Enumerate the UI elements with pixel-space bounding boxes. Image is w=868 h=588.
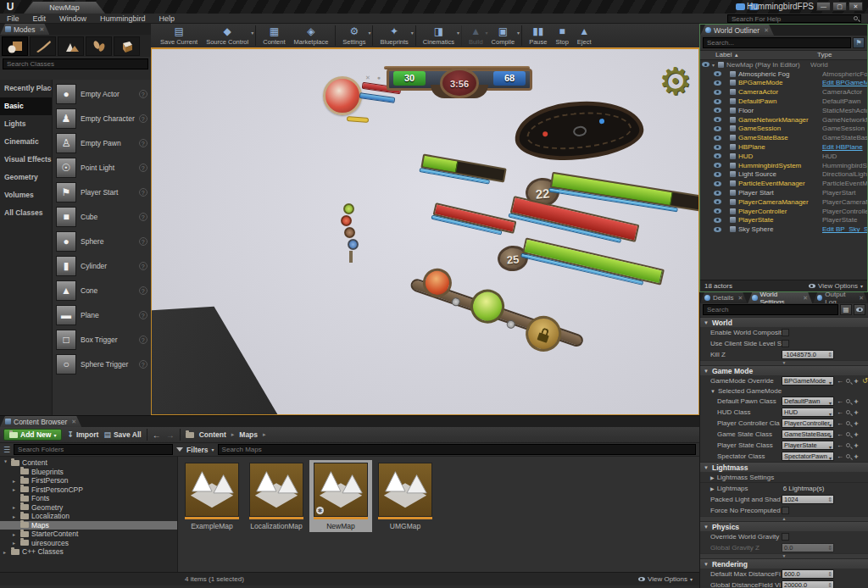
breadcrumb-leaf[interactable]: Maps [239,430,258,439]
settings-tab[interactable]: World Settings ✕ [748,292,812,303]
folder-label[interactable]: C++ Classes [22,547,64,556]
toolbar-button[interactable]: ■ ▾ Stop [551,25,572,46]
reset-icon[interactable]: ↺ [862,377,868,385]
actor-label[interactable]: DefaultPawn [738,97,822,105]
label-column-header[interactable]: Label [715,51,732,58]
expand-arrow-icon[interactable]: ▶ [710,474,715,480]
actor-type[interactable]: World [810,61,867,69]
outliner-row[interactable]: ▾ PlayerController PlayerController [700,207,867,216]
folder-tree-item[interactable]: ▸ Blueprints [0,468,177,477]
outliner-row[interactable]: ▾ DefaultPawn DefaultPawn [700,97,867,106]
content-browser-view-options[interactable]: View Options ▾ [638,575,693,583]
chevron-down-icon[interactable]: ▾ [517,30,520,36]
actor-label[interactable]: CameraActor [738,88,822,96]
gamemode-override-dropdown[interactable]: BPGameMode▾ [782,376,834,386]
expand-arrow-icon[interactable]: ▸ [13,478,18,484]
toolbar-button[interactable]: ◨ ▾ Cinematics [415,25,459,46]
add-icon[interactable]: ＋ [853,397,860,406]
actor-type[interactable]: PlayerStart [822,189,867,197]
outliner-row[interactable]: ▾ Player Start PlayerStart [700,188,867,197]
use-selected-icon[interactable]: ← [837,377,843,385]
actor-type[interactable]: StaticMeshActor [822,107,867,114]
close-icon[interactable]: ✕ [737,295,743,302]
visibility-eye-icon[interactable] [714,218,721,223]
toolbar-button[interactable]: ▤ ▾ Save Current [156,25,202,46]
help-icon[interactable]: ? [139,164,147,172]
outliner-search-input[interactable]: Search... [703,37,851,48]
mode-category[interactable]: Geometry [0,169,52,186]
mode-category[interactable]: All Classes [0,204,52,222]
actor-type[interactable]: CameraActor [822,88,867,96]
placeable-item[interactable]: ♙ Empty Pawn ? [53,130,156,155]
feedback-bubble-icon[interactable] [736,3,745,10]
close-icon[interactable]: ✕ [40,26,45,33]
placeable-item[interactable]: ● Sphere ? [53,229,156,253]
class-dropdown[interactable]: SpectatorPawn▾ [782,452,834,461]
asset-tile[interactable]: ✱ UMGMap [374,460,437,532]
chevron-down-icon[interactable]: ▾ [251,30,253,36]
outliner-row[interactable]: ▾ NewMap (Play In Editor) World [700,60,867,69]
section-lightmass[interactable]: ▼Lightmass [700,462,868,472]
display-filter-button[interactable]: ▦ [840,304,852,315]
visibility-eye-icon[interactable] [714,208,721,214]
outliner-row[interactable]: ▾ BPGameMode Edit BPGameMode [700,79,867,88]
number-field[interactable]: 600.0⇕ [782,569,834,579]
expand-arrow-icon[interactable]: ▸ [13,486,18,492]
mode-category[interactable]: Lights [0,115,52,133]
selected-gamemode-row[interactable]: ▼ Selected GameMode [700,386,868,396]
class-dropdown[interactable]: PlayerState▾ [782,441,834,450]
asset-name[interactable]: LocalizationMap [250,522,302,530]
visibility-eye-icon[interactable] [714,227,721,232]
placeable-item[interactable]: ▲ Cone ? [53,278,156,302]
help-search-input[interactable]: Search For Help [727,14,861,23]
expand-arrow-icon[interactable]: ▾ [712,62,718,68]
folder-label[interactable]: StarterContent [31,530,78,538]
number-field[interactable]: 20000.0⇕ [782,580,834,588]
actor-type[interactable]: DirectionalLight [822,170,867,178]
help-icon[interactable]: ? [139,336,147,344]
actor-type[interactable]: PlayerCameraManager [822,198,867,206]
checkbox[interactable] [782,340,789,347]
outliner-row[interactable]: ▾ CameraActor CameraActor [700,87,867,97]
placeable-item[interactable]: ● Empty Actor ? [53,81,156,106]
folder-label[interactable]: Blueprints [31,468,64,476]
use-selected-icon[interactable]: ← [837,430,843,438]
outliner-filter-button[interactable]: ⚑ [853,37,865,48]
outliner-row[interactable]: ▾ Atmospheric Fog AtmosphericFog [700,69,867,79]
mode-category[interactable]: Recently Placed [0,80,52,97]
outliner-row[interactable]: ▾ ParticleEventManager ParticleEventMana… [700,179,867,188]
number-field[interactable]: 1024⇕ [782,495,834,504]
outliner-row[interactable]: ▾ HUD HUD [700,152,867,161]
folder-tree-item[interactable]: ▸ FirstPerson [0,476,177,485]
class-dropdown[interactable]: HUD▾ [782,408,834,417]
outliner-row[interactable]: ▾ HBPlane Edit HBPlane [700,142,867,152]
visibility-eye-icon[interactable] [714,145,721,150]
add-new-button[interactable]: Add New ▾ [3,429,62,441]
visibility-eye-icon[interactable] [714,163,721,168]
add-icon[interactable]: ＋ [853,376,860,386]
forward-button[interactable]: → [166,430,175,440]
folder-label[interactable]: Localization [31,512,70,520]
placeable-item[interactable]: ♟ Empty Character ? [53,106,156,130]
checkbox[interactable] [782,507,789,514]
expand-arrow-icon[interactable]: ▸ [3,460,9,465]
actor-label[interactable]: PlayerController [738,208,822,215]
tab-world-outliner[interactable]: World Outliner ✕ [700,25,774,36]
placeable-item[interactable]: ▮ Cylinder ? [53,253,156,278]
actor-label[interactable]: Floor [738,107,822,114]
visibility-eye-icon[interactable] [702,62,709,67]
class-dropdown[interactable]: DefaultPawn▾ [782,397,834,406]
visibility-eye-icon[interactable] [714,117,721,122]
use-selected-icon[interactable]: ← [837,452,843,460]
actor-label[interactable]: HUD [738,153,822,160]
close-icon[interactable]: ✕ [71,419,76,425]
toolbar-button[interactable]: ◆ ▾ Source Control [202,25,253,46]
folder-tree-item[interactable]: ▸ Geometry [0,503,177,513]
settings-search-input[interactable]: Search [703,304,838,315]
actor-label[interactable]: Light Source [738,170,822,178]
close-button[interactable]: ✕ [849,2,863,11]
add-icon[interactable]: ＋ [853,408,860,417]
geometry-edit-tool-button[interactable] [114,36,140,56]
asset-tile[interactable]: ✱ NewMap [309,460,372,532]
section-world[interactable]: ▼World [700,317,868,327]
